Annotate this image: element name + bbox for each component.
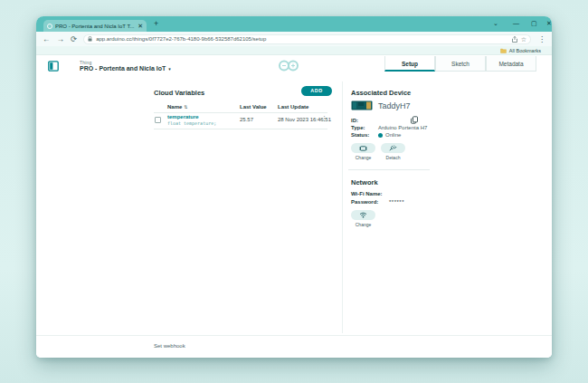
- tab-sketch[interactable]: Sketch: [435, 56, 486, 72]
- wifi-icon: [359, 212, 367, 218]
- lock-icon: [88, 36, 92, 42]
- bookmarks-bar: All Bookmarks: [36, 46, 552, 55]
- column-header-last-value: Last Value: [240, 104, 267, 110]
- device-name: TaddyH7: [378, 101, 411, 110]
- copy-icon[interactable]: [411, 116, 418, 124]
- cloud-variables-title: Cloud Variables: [154, 89, 204, 97]
- device-status-label: Status:: [351, 132, 369, 138]
- url-bar[interactable]: app.arduino.cc/things/0f7727e2-767b-4180…: [83, 34, 531, 44]
- column-name-label: Name: [167, 104, 182, 110]
- wifi-name-label: Wi-Fi Name:: [351, 191, 383, 196]
- browser-tab[interactable]: PRO - Portenta and Nicla IoT T... ✕: [43, 20, 147, 32]
- back-icon[interactable]: ←: [43, 35, 51, 43]
- thing-name-dropdown[interactable]: PRO - Portenta and Nicla IoT ▾: [80, 65, 171, 72]
- device-type-value: Arduino Portenta H7: [378, 125, 427, 130]
- change-device-button[interactable]: [351, 143, 375, 153]
- variable-declaration: float temperature;: [167, 120, 216, 126]
- browser-menu-icon[interactable]: ⋮: [538, 35, 545, 43]
- network-title: Network: [351, 178, 378, 187]
- table-header-divider: [154, 112, 327, 113]
- password-value: ******: [389, 199, 404, 205]
- device-status-value: Online: [385, 132, 401, 138]
- password-label: Password:: [351, 199, 378, 205]
- status-online-icon: [378, 133, 383, 138]
- browser-toolbar: ← → ⟳ app.arduino.cc/things/0f7727e2-767…: [36, 32, 552, 46]
- device-board-image: [351, 101, 373, 110]
- row-menu-icon[interactable]: ⋮: [321, 115, 327, 122]
- folder-icon: [500, 48, 507, 53]
- change-network-label: Change: [351, 222, 375, 227]
- tab-sketch-label: Sketch: [451, 61, 469, 67]
- variable-last-value: 25.57: [240, 117, 253, 122]
- tab-setup[interactable]: Setup: [384, 56, 435, 72]
- minimize-icon[interactable]: —: [513, 20, 519, 26]
- share-icon[interactable]: [512, 36, 517, 43]
- browser-window: PRO - Portenta and Nicla IoT T... ✕ + ⌄ …: [36, 16, 552, 358]
- change-network-button[interactable]: [351, 210, 375, 220]
- new-tab-button[interactable]: +: [154, 19, 158, 28]
- bookmark-star-icon[interactable]: ☆: [521, 36, 526, 43]
- chevron-down-icon: ▾: [168, 66, 171, 72]
- tab-setup-label: Setup: [402, 61, 418, 67]
- detach-device-button[interactable]: [381, 143, 405, 153]
- device-panel-divider: [348, 169, 430, 170]
- sidebar-toggle-icon[interactable]: [48, 61, 59, 72]
- tab-metadata-label: Metadata: [498, 61, 523, 67]
- detach-icon: [389, 145, 397, 151]
- maximize-icon[interactable]: ▢: [531, 20, 537, 26]
- profile-chevron-icon[interactable]: ⌄: [493, 20, 498, 26]
- all-bookmarks-label[interactable]: All Bookmarks: [509, 48, 541, 53]
- table-row-divider: [154, 129, 327, 129]
- set-webhook-link[interactable]: Set webhook: [154, 343, 185, 349]
- reload-icon[interactable]: ⟳: [71, 35, 77, 43]
- row-checkbox[interactable]: [155, 117, 161, 123]
- url-text: app.arduino.cc/things/0f7727e2-767b-4180…: [96, 36, 508, 42]
- tab-title: PRO - Portenta and Nicla IoT T...: [55, 24, 135, 29]
- board-chip-icon: [359, 146, 367, 151]
- variable-name-link[interactable]: temperature: [167, 114, 199, 120]
- forward-icon[interactable]: →: [57, 35, 65, 43]
- thing-name: PRO - Portenta and Nicla IoT: [80, 65, 166, 72]
- column-header-last-update: Last Update: [278, 104, 308, 110]
- detach-device-label: Detach: [381, 155, 405, 160]
- column-header-name[interactable]: Name ⇅: [167, 104, 188, 110]
- sort-icon: ⇅: [184, 104, 187, 110]
- arduino-cloud-page: Thing PRO - Portenta and Nicla IoT ▾ Set…: [36, 56, 552, 358]
- browser-titlebar: PRO - Portenta and Nicla IoT T... ✕ + ⌄ …: [36, 16, 552, 32]
- device-type-label: Type:: [351, 125, 365, 130]
- close-window-icon[interactable]: ✕: [546, 20, 552, 26]
- change-device-label: Change: [351, 155, 375, 160]
- device-id-label: ID:: [351, 118, 358, 123]
- add-variable-button[interactable]: ADD: [301, 86, 332, 96]
- tab-favicon-icon: [47, 24, 52, 29]
- footer-divider: [36, 335, 552, 336]
- tab-close-icon[interactable]: ✕: [138, 23, 143, 29]
- associated-device-title: Associated Device: [351, 89, 411, 97]
- tab-metadata[interactable]: Metadata: [486, 56, 536, 72]
- arduino-logo-icon: [277, 60, 300, 72]
- desktop: { "browser": { "tab_title": "PRO - Porte…: [0, 0, 588, 383]
- content-divider: [342, 81, 343, 333]
